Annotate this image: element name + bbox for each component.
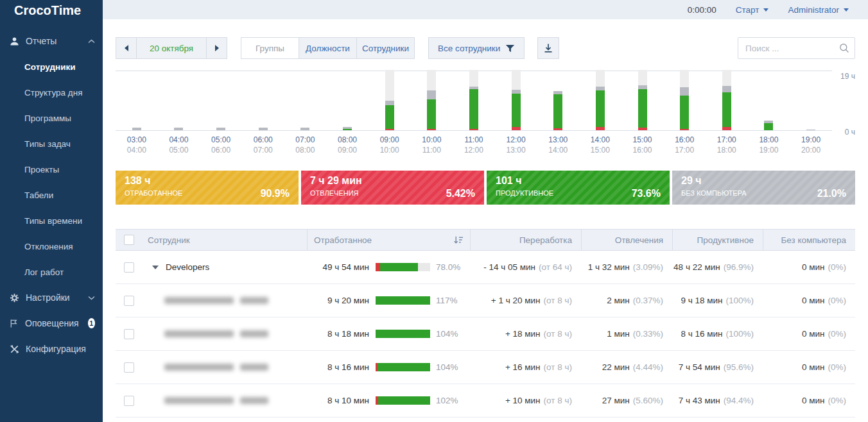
worked-percent: 78.0%	[430, 262, 464, 272]
row-checkbox[interactable]	[124, 296, 134, 306]
employee-cell	[143, 284, 307, 317]
worked-progress-bar	[376, 263, 430, 271]
x-label-to: 08:00	[284, 145, 327, 155]
export-button[interactable]	[537, 37, 559, 59]
header-distractions[interactable]: Отвлечения	[581, 230, 672, 250]
worked-time: 8 ч 16 мин	[313, 362, 369, 372]
header-productive[interactable]: Продуктивное	[672, 230, 763, 250]
progress-productive-segment	[376, 330, 430, 338]
hours-chart: 03:0004:0004:0005:0005:0006:0006:0007:00…	[116, 71, 855, 155]
sidebar-section-settings[interactable]: Настройки	[0, 285, 103, 310]
chart-x-label: 07:0008:00	[284, 135, 327, 155]
sidebar-section-alerts[interactable]: Оповещения1	[0, 310, 103, 336]
row-checkbox-cell	[116, 284, 143, 317]
sidebar-section-reports[interactable]: Отчеты	[0, 28, 103, 54]
x-label-from: 03:00	[116, 135, 158, 145]
header-no-computer[interactable]: Без компьютера	[763, 230, 855, 250]
no-computer-cell: 0 мин(0%)	[763, 351, 855, 384]
sidebar-item-task-types[interactable]: Типы задач	[0, 131, 103, 156]
gear-icon	[9, 292, 19, 303]
header-overtime[interactable]: Переработка	[470, 230, 581, 250]
sidebar-section-configuration[interactable]: Конфигурация	[0, 336, 103, 362]
topbar: 0:00:00 Старт Administrator	[103, 0, 868, 19]
search-input[interactable]	[738, 37, 855, 59]
tab-positions[interactable]: Должности	[299, 37, 357, 59]
chart-bar	[680, 70, 689, 130]
header-employee[interactable]: Сотрудник	[143, 230, 307, 250]
date-next-button[interactable]	[206, 37, 227, 59]
chart-x-label: 18:0019:00	[748, 135, 790, 155]
chart-bar-slot	[453, 71, 495, 130]
x-label-to: 04:00	[116, 145, 158, 155]
chart-x-label: 12:0013:00	[495, 135, 537, 155]
productive-cell-value: 9 ч 18 мин	[681, 296, 722, 305]
sidebar: CrocoTime ОтчетыСотрудникиСтруктура дняП…	[0, 0, 103, 422]
x-label-to: 10:00	[369, 145, 411, 155]
employee-filter-button[interactable]: Все сотрудники	[428, 37, 525, 59]
y-axis-min-label: 0 ч	[845, 128, 855, 137]
x-label-from: 13:00	[537, 135, 579, 145]
chart-segment-red	[385, 129, 394, 130]
alerts-badge: 1	[88, 318, 95, 328]
productive-cell-value: 7 ч 54 мин	[679, 362, 720, 372]
sidebar-item-work-log[interactable]: Лог работ	[0, 259, 103, 285]
summary-card-label: БЕЗ КОМПЬЮТЕРА	[681, 189, 747, 197]
distractions-cell-value: 1 ч 32 мин	[588, 262, 630, 272]
select-all-checkbox[interactable]	[124, 235, 134, 245]
expand-caret-icon[interactable]	[152, 266, 159, 269]
sidebar-item-deviations[interactable]: Отклонения	[0, 233, 103, 259]
chart-x-label: 10:0011:00	[410, 135, 453, 155]
chart-segment-gray	[216, 128, 225, 130]
chart-segment-green	[343, 129, 352, 130]
chart-bar	[174, 128, 183, 130]
productive-cell-note: (100%)	[725, 296, 754, 305]
row-checkbox[interactable]	[124, 396, 134, 406]
tab-employees[interactable]: Сотрудники	[356, 37, 415, 59]
date-prev-button[interactable]	[116, 37, 137, 59]
sort-desc-icon[interactable]	[453, 235, 464, 245]
row-checkbox-cell	[116, 384, 143, 417]
x-label-to: 17:00	[663, 145, 706, 155]
row-checkbox[interactable]	[124, 262, 134, 273]
employee-name[interactable]: Developers	[166, 262, 209, 272]
chart-x-label: 05:0006:00	[200, 135, 242, 155]
x-label-from: 17:00	[706, 135, 748, 145]
funnel-icon	[505, 43, 515, 53]
x-label-to: 20:00	[790, 145, 832, 155]
chart-segment-ghost	[385, 70, 394, 100]
worked-progress-bar	[376, 396, 430, 405]
sidebar-item-projects[interactable]: Проекты	[0, 156, 103, 182]
x-label-from: 18:00	[748, 135, 790, 145]
row-checkbox[interactable]	[124, 329, 134, 339]
productive-cell-value: 7 ч 43 мин	[679, 396, 720, 405]
sidebar-item-employees[interactable]: Сотрудники	[0, 54, 103, 80]
sidebar-item-programs[interactable]: Программы	[0, 105, 103, 131]
employee-name-redacted	[164, 330, 268, 337]
table-row: 8 ч 18 мин104%+ 18 мин(от 8 ч)1 мин(0.33…	[116, 317, 855, 351]
distractions-cell: 1 мин(0.33%)	[581, 317, 672, 350]
start-tracking-button[interactable]: Старт	[736, 5, 769, 15]
tab-groups[interactable]: Группы	[241, 37, 299, 59]
row-checkbox[interactable]	[124, 362, 134, 373]
chart-segment-red	[680, 129, 689, 130]
user-menu-button[interactable]: Administrator	[788, 5, 849, 15]
user-icon	[9, 36, 19, 46]
name-blur-blob	[164, 364, 234, 371]
sidebar-item-day-structure[interactable]: Структура дня	[0, 80, 103, 105]
chart-bar	[469, 70, 478, 130]
productive-cell-note: (95.6%)	[724, 362, 754, 372]
no-computer-cell-note: (0%)	[828, 362, 846, 372]
date-display-button[interactable]: 20 октября	[136, 37, 207, 59]
chart-x-label: 03:0004:00	[116, 135, 158, 155]
chart-bar-slot	[495, 71, 537, 130]
chevron-down-icon	[844, 8, 849, 12]
x-label-to: 07:00	[242, 145, 284, 155]
distractions-cell-note: (4.44%)	[633, 362, 663, 372]
table-row: Developers49 ч 54 мин78.0%- 14 ч 05 мин(…	[116, 251, 855, 284]
sidebar-nav: ОтчетыСотрудникиСтруктура дняПрограммыТи…	[0, 28, 103, 362]
summary-card-percent: 21.0%	[817, 188, 846, 199]
name-blur-blob	[164, 397, 234, 404]
sidebar-item-timesheets[interactable]: Табели	[0, 182, 103, 208]
sidebar-item-time-types[interactable]: Типы времени	[0, 208, 103, 233]
header-worked[interactable]: Отработанное	[307, 230, 470, 250]
